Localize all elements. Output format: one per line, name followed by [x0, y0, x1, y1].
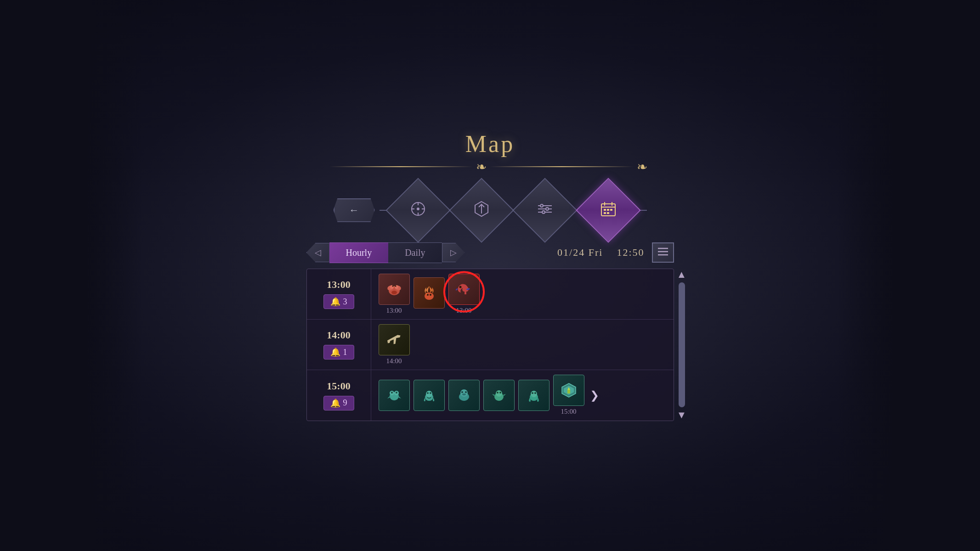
schedule-row-1400: 14:00 🔔 1 14:00 — [307, 320, 674, 370]
svg-rect-19 — [607, 208, 609, 210]
right-vignette — [838, 0, 980, 551]
scroll-thumb[interactable] — [679, 282, 685, 407]
svg-point-57 — [531, 391, 537, 397]
event-wrapper-teal-2[interactable] — [414, 380, 445, 411]
nav-calendar-button[interactable] — [576, 178, 640, 242]
deco-line-right — [490, 166, 633, 167]
svg-point-41 — [391, 392, 393, 394]
bell-icon-1300: 🔔 — [330, 297, 340, 307]
event-wrapper-bird[interactable]: 13:00 — [448, 274, 480, 315]
nav-sliders-button[interactable] — [512, 178, 577, 242]
event-wrapper-teal-4[interactable] — [483, 380, 515, 411]
event-icon-teal-gem[interactable] — [553, 375, 584, 406]
event-icon-teal-2[interactable] — [414, 380, 445, 411]
svg-point-58 — [532, 392, 533, 394]
event-wrapper-plane[interactable]: 14:00 — [379, 324, 410, 365]
nav-marker-button[interactable] — [449, 178, 514, 242]
svg-point-54 — [497, 392, 498, 394]
svg-point-37 — [459, 286, 461, 288]
title-decoration: ❧ ❧ — [329, 159, 651, 174]
deco-ornament-right: ❧ — [637, 159, 647, 174]
more-events-arrow[interactable]: ❯ — [590, 389, 599, 402]
event-icon-teal-1[interactable] — [379, 380, 410, 411]
svg-point-53 — [496, 390, 502, 397]
time-cell-1500: 15:00 🔔 9 — [307, 370, 371, 421]
deco-ornament-left: ❧ — [476, 159, 487, 174]
event-icon-bird[interactable] — [448, 274, 480, 305]
datetime-area: 01/24 Fri 12:50 — [557, 242, 674, 263]
nav-compass-button[interactable] — [385, 178, 450, 242]
event-wrapper-teal-3[interactable] — [448, 380, 480, 411]
bell-badge-1300: 🔔 3 — [323, 294, 354, 309]
tab-row: ◁ Hourly Daily ▷ 01/24 Fri 12:50 — [306, 242, 674, 263]
svg-rect-21 — [604, 212, 606, 214]
bell-badge-1500: 🔔 9 — [323, 396, 354, 410]
schedule-icon-button[interactable] — [652, 242, 674, 263]
event-icon-teal-4[interactable] — [483, 380, 515, 411]
event-icon-plane[interactable] — [379, 324, 410, 355]
left-vignette — [0, 0, 142, 551]
svg-rect-18 — [604, 208, 606, 210]
svg-point-42 — [396, 392, 397, 394]
event-wrapper-dragon[interactable]: 13:00 — [379, 274, 410, 315]
event-wrapper-teal-gem[interactable]: 15:00 — [553, 375, 584, 416]
tab-arrow-right[interactable]: ▷ — [442, 243, 465, 262]
svg-point-32 — [392, 285, 393, 287]
nav-row: ← — [334, 187, 647, 233]
marker-diamond-inner — [468, 197, 495, 224]
main-panel: Map ❧ ❧ ← — [302, 130, 679, 421]
events-cell-1500: 15:00 ❯ — [371, 370, 674, 421]
svg-point-36 — [430, 294, 431, 296]
svg-point-45 — [427, 392, 429, 394]
daily-tab[interactable]: Daily — [388, 242, 442, 263]
back-arrow-icon: ← — [349, 204, 359, 216]
deco-line-left — [329, 166, 472, 167]
compass-diamond-inner — [404, 197, 432, 224]
scroll-up-arrow[interactable]: ▲ — [677, 269, 687, 281]
event-wrapper-teal-1[interactable] — [379, 380, 410, 411]
schedule-container: 13:00 🔔 3 — [306, 269, 674, 421]
event-icon-dragon[interactable] — [379, 274, 410, 305]
schedule-row-1500: 15:00 🔔 9 — [307, 370, 674, 421]
events-cell-1400: 14:00 — [371, 320, 674, 370]
left-arrow-icon: ◁ — [315, 247, 321, 258]
list-icon — [657, 247, 669, 259]
title-section: Map ❧ ❧ — [302, 130, 679, 174]
event-wrapper-teal-5[interactable] — [518, 380, 549, 411]
marker-icon — [474, 200, 489, 220]
calendar-diamond-inner — [595, 197, 622, 224]
bell-badge-1400: 🔔 1 — [323, 345, 354, 360]
tab-arrow-left[interactable]: ◁ — [306, 243, 329, 262]
svg-point-31 — [391, 291, 397, 294]
event-icon-teal-3[interactable] — [448, 380, 480, 411]
time-cell-1400: 14:00 🔔 1 — [307, 320, 371, 370]
right-arrow-icon: ▷ — [450, 247, 457, 258]
svg-rect-20 — [610, 208, 612, 210]
time-label-1300: 13:00 — [327, 279, 350, 291]
svg-point-50 — [465, 391, 467, 393]
event-icon-fire[interactable] — [414, 277, 445, 309]
svg-point-11 — [540, 204, 543, 207]
time-label-1400: 14:00 — [327, 329, 350, 341]
svg-point-55 — [499, 392, 501, 394]
event-wrapper-fire[interactable] — [414, 277, 445, 310]
schedule-wrapper: 13:00 🔔 3 — [306, 269, 674, 421]
svg-point-1 — [417, 207, 419, 210]
sliders-icon — [537, 202, 553, 218]
event-time-1300-1: 13:00 — [386, 307, 402, 315]
time-label-1500: 15:00 — [327, 380, 350, 392]
time-cell-1300: 13:00 🔔 3 — [307, 269, 371, 319]
event-icon-teal-5[interactable] — [518, 380, 549, 411]
scrollbar: ▲ ▼ — [677, 269, 687, 421]
tab-container: ◁ Hourly Daily ▷ — [306, 242, 465, 263]
event-time-1400-1: 14:00 — [386, 357, 402, 365]
back-button[interactable]: ← — [334, 198, 375, 222]
hourly-tab[interactable]: Hourly — [329, 242, 389, 263]
compass-icon — [410, 200, 426, 220]
page-title: Map — [465, 130, 515, 157]
time-text: 12:50 — [617, 247, 644, 258]
svg-point-13 — [542, 210, 545, 213]
event-time-1500: 15:00 — [561, 408, 576, 416]
svg-rect-22 — [607, 212, 609, 214]
scroll-down-arrow[interactable]: ▼ — [677, 409, 687, 421]
